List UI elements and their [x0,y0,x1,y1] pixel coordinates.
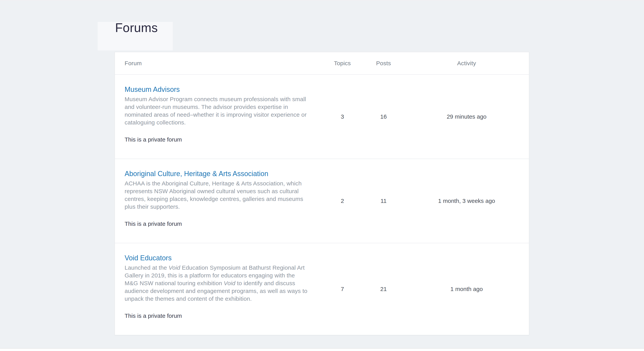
footer-strip [0,348,644,351]
forums-table: Forum Topics Posts Activity Museum Advis… [114,52,529,335]
forum-private-note: This is a private forum [124,220,308,228]
forum-activity-time: 1 month ago [404,243,529,335]
forum-private-note: This is a private forum [124,136,308,144]
forum-rows-container: Museum Advisors Museum Advisor Program c… [115,75,529,335]
forum-activity-time: 29 minutes ago [404,75,529,158]
forum-cell: Museum Advisors Museum Advisor Program c… [115,75,322,158]
column-header-activity: Activity [404,60,529,66]
forum-title-link[interactable]: Museum Advisors [124,85,180,94]
forum-description: ACHAA is the Aboriginal Culture, Heritag… [124,180,308,211]
forum-row: Void Educators Launched at the Void Educ… [115,243,529,335]
forum-posts-count: 16 [363,75,404,158]
forum-title-link[interactable]: Aboriginal Culture, Heritage & Arts Asso… [124,169,268,178]
forum-description: Museum Advisor Program connects museum p… [124,95,308,126]
forum-topics-count: 2 [322,159,363,243]
content-area: Forums Forum Topics Posts Activity Museu… [114,0,529,335]
forum-topics-count: 7 [322,243,363,335]
forums-page: Forums Forum Topics Posts Activity Museu… [0,0,644,351]
column-header-forum: Forum [115,60,322,66]
forum-cell: Aboriginal Culture, Heritage & Arts Asso… [115,159,322,243]
forum-cell: Void Educators Launched at the Void Educ… [115,243,322,335]
forum-row: Aboriginal Culture, Heritage & Arts Asso… [115,159,529,243]
forum-private-note: This is a private forum [124,312,308,320]
forum-description: Launched at the Void Education Symposium… [124,264,308,303]
forum-activity-time: 1 month, 3 weeks ago [404,159,529,243]
forum-title-link[interactable]: Void Educators [124,253,172,263]
forum-topics-count: 3 [322,75,363,158]
column-header-posts: Posts [363,60,404,66]
forum-posts-count: 21 [363,243,404,335]
forum-posts-count: 11 [363,159,404,243]
column-header-topics: Topics [322,60,363,66]
forum-row: Museum Advisors Museum Advisor Program c… [115,75,529,159]
table-header-row: Forum Topics Posts Activity [115,52,529,75]
page-title: Forums [114,0,529,36]
